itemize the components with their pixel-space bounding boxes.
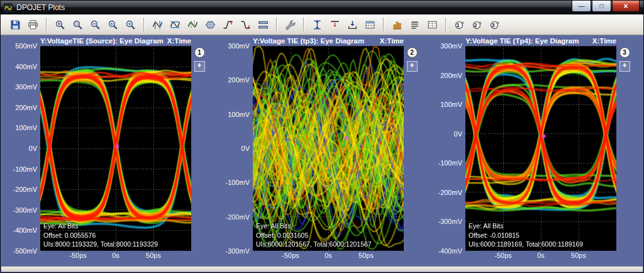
dpojet-plots-window: DPOJET Plots — □ × 123 Y:VoltageTIE (Sou… <box>0 0 644 273</box>
y-axis: 300mV200mV100mV0V-100mV-200mV-300mV <box>224 46 253 251</box>
plot-header: Y:Voltage TIE (Tp4): Eye Diagram X:Time <box>436 36 633 46</box>
y-axis-label: -300mV <box>438 218 462 225</box>
plot-panel: Y:Voltage TIE (tp3): Eye Diagram X:Time … <box>224 36 420 267</box>
eye-diagram-canvas[interactable] <box>465 46 616 251</box>
mask-button[interactable] <box>202 17 218 32</box>
y-axis-label: 200mV <box>440 72 462 79</box>
toolbar-separator <box>276 18 277 31</box>
toolbar-group <box>51 17 139 32</box>
overlay-offset-label: Offset: -0.010815 <box>469 231 583 240</box>
table-view-button[interactable] <box>424 17 440 32</box>
fall-edge-button[interactable] <box>237 17 253 32</box>
plot-overlay-text: Eye: All Bits Offset: -0.010815 UIs:6000… <box>469 221 583 248</box>
zoom-next-button[interactable] <box>122 17 138 32</box>
badge-column: 1 + <box>191 46 208 251</box>
close-button[interactable]: × <box>612 1 640 12</box>
plot2-refresh-button[interactable]: 2 <box>469 17 485 32</box>
y-axis-label: 0V <box>242 145 250 152</box>
zoom-box-button[interactable] <box>69 17 86 32</box>
toolbar-group <box>148 17 272 32</box>
eye-diagram-plot: Eye: All Bits Offset: 0.0055576 UIs:8000… <box>40 46 191 251</box>
plot-header: Y:VoltageTIE (Source): Eye Diagram X:Tim… <box>11 36 208 46</box>
y-axis-label: 400mV <box>15 63 37 70</box>
x-axis-label: 0s <box>112 252 119 259</box>
zoom-in-button[interactable] <box>52 17 68 32</box>
plot-body: 300mV200mV100mV0V-100mV-200mV-300mV Eye:… <box>224 46 420 251</box>
eye-diagram-plot: Eye: All Bits Offset: -0.010815 UIs:6000… <box>465 46 616 251</box>
toolbar-group <box>281 17 299 32</box>
print-button[interactable] <box>25 17 41 32</box>
autoscale-vertical-button[interactable] <box>309 17 325 32</box>
rise-edge-button[interactable] <box>219 17 236 32</box>
plot-panel: Y:Voltage TIE (Tp4): Eye Diagram X:Time … <box>436 36 633 267</box>
waveform-cursors-button[interactable] <box>184 17 201 32</box>
y-axis-label: 300mV <box>15 83 37 91</box>
titlebar[interactable]: DPOJET Plots — □ × <box>1 1 643 14</box>
plot-header: Y:Voltage TIE (tp3): Eye Diagram X:Time <box>224 36 420 46</box>
eye-diagram-canvas[interactable] <box>40 46 191 251</box>
configure-button[interactable] <box>282 17 298 32</box>
plot3-refresh-button[interactable]: 3 <box>486 17 502 32</box>
toolbar-separator <box>445 18 446 31</box>
plot-y-title: Y:Voltage TIE (tp3): Eye Diagram <box>253 37 364 45</box>
overlay-offset-label: Offset: 0.0055576 <box>43 231 158 240</box>
export-data-button[interactable] <box>344 17 360 32</box>
plot-x-title: X:Time <box>592 37 616 45</box>
y-axis-label: 500mV <box>15 42 37 50</box>
add-plot-button[interactable]: + <box>194 61 205 72</box>
data-grid-button[interactable] <box>362 17 378 32</box>
y-axis-label: -300mV <box>13 206 37 214</box>
window-bottom-edge[interactable] <box>1 266 643 272</box>
band-button[interactable] <box>255 17 271 32</box>
y-axis: 300mV200mV100mV0V-100mV-200mV-300mV-400m… <box>436 46 465 251</box>
add-plot-button[interactable]: + <box>407 61 418 72</box>
y-axis-label: -500mV <box>13 247 37 255</box>
y-axis-label: -400mV <box>13 226 37 234</box>
y-axis-label: 0V <box>29 145 37 152</box>
x-axis: -50ps0s50ps <box>40 251 191 261</box>
overlay-offset-label: Offset: 0.0031605 <box>256 231 372 240</box>
cursor-to-top-button[interactable] <box>326 17 343 32</box>
eye-diagram-plot: Eye: All Bits Offset: 0.0031605 UIs:6000… <box>253 46 404 251</box>
y-axis-label: -200mV <box>13 186 37 193</box>
plot-number-badge: 2 <box>407 47 418 58</box>
y-axis-label: -200mV <box>225 213 250 221</box>
overlay-uis-label: UIs:6000:1189169, Total:6000:1189169 <box>469 240 583 248</box>
plot-number-badge: 1 <box>194 47 205 58</box>
x-axis-label: 50ps <box>358 252 374 259</box>
summary-view-button[interactable] <box>406 17 423 32</box>
zoom-out-button[interactable] <box>87 17 103 32</box>
plot1-refresh-button[interactable]: 1 <box>451 17 467 32</box>
add-plot-button[interactable]: + <box>619 61 630 72</box>
x-axis-label: -50ps <box>69 252 87 259</box>
app-icon <box>4 3 13 12</box>
y-axis: 500mV400mV300mV200mV100mV0V-100mV-200mV-… <box>11 46 40 251</box>
y-axis-label: -100mV <box>225 179 250 186</box>
save-button[interactable] <box>7 17 23 32</box>
badge-column: 3 + <box>616 46 633 251</box>
plot-number-badge: 3 <box>619 47 630 58</box>
toolbar-group <box>308 17 379 32</box>
vertical-cursors-button[interactable] <box>149 17 165 32</box>
horizontal-cursors-button[interactable] <box>167 17 183 32</box>
eye-diagram-canvas[interactable] <box>253 46 404 251</box>
toolbar-group <box>388 17 441 32</box>
x-axis-label: -50ps <box>282 252 299 259</box>
toolbar-separator <box>303 18 304 31</box>
zoom-prev-button[interactable] <box>104 17 121 32</box>
overlay-uis-label: UIs:8000:1193329, Total:8000:1193329 <box>43 240 158 248</box>
maximize-button[interactable]: □ <box>592 1 611 12</box>
window-title: DPOJET Plots <box>16 3 65 12</box>
y-axis-label: 100mV <box>440 101 462 108</box>
histogram-view-button[interactable] <box>389 17 405 32</box>
overlay-eye-label: Eye: All Bits <box>469 221 583 230</box>
overlay-eye-label: Eye: All Bits <box>43 221 158 230</box>
y-axis-label: 100mV <box>228 111 250 118</box>
window-controls: — □ × <box>571 1 643 14</box>
minimize-button[interactable]: — <box>572 1 591 12</box>
plot-x-title: X:Time <box>380 37 404 45</box>
plot-y-title: Y:VoltageTIE (Source): Eye Diagram <box>40 37 164 45</box>
x-axis-label: 0s <box>325 252 332 259</box>
x-axis-label: 50ps <box>146 252 161 259</box>
y-axis-label: 300mV <box>440 42 462 50</box>
